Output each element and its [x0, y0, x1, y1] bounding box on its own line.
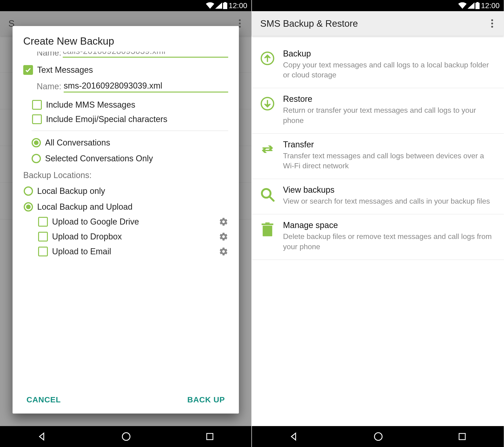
transfer-icon — [259, 141, 276, 158]
search-icon — [259, 186, 276, 203]
selected-conversations-label: Selected Conversations Only — [45, 154, 153, 163]
local-only-label: Local Backup only — [37, 186, 105, 196]
upload-gdrive-checkbox[interactable] — [38, 217, 48, 227]
recent-icon[interactable] — [205, 432, 215, 441]
svg-rect-4 — [475, 3, 480, 9]
upload-gdrive-row[interactable]: Upload to Google Drive — [38, 217, 228, 227]
list-item-view-backups[interactable]: View backups View or search for text mes… — [252, 179, 504, 214]
nav-bar — [0, 426, 252, 447]
calls-name-value[interactable]: calls-20160928093039.xml — [63, 52, 228, 58]
back-icon[interactable] — [37, 431, 47, 442]
cell-icon — [468, 2, 474, 9]
svg-rect-12 — [265, 223, 270, 224]
svg-rect-1 — [224, 2, 226, 3]
phone-left: 12:00 S Create New Backup Name: calls-20… — [0, 0, 252, 447]
recent-icon[interactable] — [458, 432, 467, 441]
cell-icon — [215, 2, 222, 9]
all-conversations-radio-row[interactable]: All Conversations — [32, 138, 228, 148]
svg-rect-5 — [476, 2, 478, 3]
include-mms-checkbox[interactable] — [32, 100, 42, 110]
svg-rect-10 — [263, 226, 272, 236]
upload-email-row[interactable]: Upload to Email — [38, 247, 228, 256]
dialog-actions: CANCEL BACK UP — [23, 385, 228, 413]
status-bar: 12:00 — [252, 0, 504, 11]
sms-name-row: Name: — [37, 80, 228, 93]
dialog-title: Create New Backup — [23, 35, 228, 47]
upload-dropbox-label: Upload to Dropbox — [52, 232, 215, 242]
status-icons — [206, 2, 227, 9]
upload-dropbox-row[interactable]: Upload to Dropbox — [38, 232, 228, 242]
trash-icon — [259, 221, 276, 239]
phone-right: 12:00 SMS Backup & Restore Backup Copy y… — [252, 0, 504, 447]
wifi-icon — [206, 2, 214, 9]
all-conversations-radio[interactable] — [32, 138, 41, 147]
local-upload-radio-row[interactable]: Local Backup and Upload — [24, 202, 228, 212]
upload-email-label: Upload to Email — [52, 247, 215, 256]
backup-button[interactable]: BACK UP — [187, 395, 225, 404]
home-icon[interactable] — [121, 431, 131, 442]
include-emoji-row[interactable]: Include Emoji/Special characters — [32, 114, 228, 124]
list-item-manage-space[interactable]: Manage space Delete backup files or remo… — [252, 214, 504, 260]
include-emoji-checkbox[interactable] — [32, 114, 42, 124]
list-item-transfer[interactable]: Transfer Transfer text messages and call… — [252, 134, 504, 179]
list-item-title: Transfer — [283, 140, 494, 149]
selected-conversations-radio-row[interactable]: Selected Conversations Only — [32, 154, 228, 163]
list-item-backup[interactable]: Backup Copy your text messages and call … — [252, 43, 504, 88]
selected-conversations-radio[interactable] — [32, 154, 41, 163]
overflow-menu[interactable] — [487, 19, 497, 28]
text-messages-checkbox-row[interactable]: Text Messages — [23, 65, 228, 75]
status-time: 12:00 — [229, 1, 247, 10]
sms-name-label: Name: — [37, 82, 61, 91]
back-icon[interactable] — [289, 431, 299, 442]
list-item-title: Backup — [283, 49, 494, 58]
sms-name-input[interactable] — [64, 80, 228, 93]
list-item-subtitle: Copy your text messages and call logs to… — [283, 60, 494, 80]
gear-icon[interactable] — [219, 232, 228, 241]
list-item-subtitle: Return or transfer your text messages an… — [283, 105, 494, 125]
dialog-body[interactable]: Name: calls-20160928093039.xml Text Mess… — [23, 52, 228, 385]
list-item-subtitle: Transfer text messages and call logs bet… — [283, 151, 494, 171]
nav-bar — [252, 426, 504, 447]
battery-icon — [475, 2, 480, 9]
battery-icon — [223, 2, 227, 9]
restore-icon — [259, 95, 276, 112]
gear-icon[interactable] — [219, 217, 228, 226]
upload-email-checkbox[interactable] — [38, 247, 48, 256]
wifi-icon — [458, 2, 467, 9]
list-item-title: View backups — [283, 185, 494, 195]
svg-rect-3 — [207, 433, 213, 440]
calls-name-label: Name: — [37, 52, 61, 58]
calls-name-row: Name: calls-20160928093039.xml — [37, 52, 228, 58]
app-bar: SMS Backup & Restore — [252, 11, 504, 36]
text-messages-label: Text Messages — [37, 65, 93, 75]
backup-locations-label: Backup Locations: — [23, 170, 228, 180]
text-messages-checkbox[interactable] — [23, 65, 33, 75]
local-only-radio-row[interactable]: Local Backup only — [24, 186, 228, 196]
upload-dropbox-checkbox[interactable] — [38, 232, 48, 242]
home-icon[interactable] — [373, 431, 383, 442]
divider — [32, 131, 228, 131]
svg-line-9 — [269, 196, 274, 201]
cancel-button[interactable]: CANCEL — [26, 395, 61, 404]
local-only-radio[interactable] — [24, 186, 33, 196]
main-list: Backup Copy your text messages and call … — [252, 36, 504, 260]
create-backup-dialog: Create New Backup Name: calls-2016092809… — [13, 26, 239, 413]
app-title: SMS Backup & Restore — [260, 18, 358, 29]
svg-rect-11 — [262, 224, 273, 225]
backup-icon — [259, 50, 276, 67]
gear-icon[interactable] — [219, 247, 228, 256]
svg-rect-14 — [459, 433, 465, 440]
all-conversations-label: All Conversations — [45, 138, 110, 148]
include-emoji-label: Include Emoji/Special characters — [46, 114, 167, 124]
list-item-restore[interactable]: Restore Return or transfer your text mes… — [252, 88, 504, 133]
upload-gdrive-label: Upload to Google Drive — [52, 217, 215, 227]
svg-point-2 — [123, 433, 130, 441]
local-upload-radio[interactable] — [24, 202, 33, 211]
list-item-subtitle: View or search for text messages and cal… — [283, 196, 494, 206]
list-item-title: Restore — [283, 94, 494, 104]
status-icons — [458, 2, 480, 9]
svg-rect-0 — [223, 3, 227, 9]
list-item-subtitle: Delete backup files or remove text messa… — [283, 232, 494, 252]
status-time: 12:00 — [481, 1, 500, 10]
include-mms-row[interactable]: Include MMS Messages — [32, 100, 228, 110]
